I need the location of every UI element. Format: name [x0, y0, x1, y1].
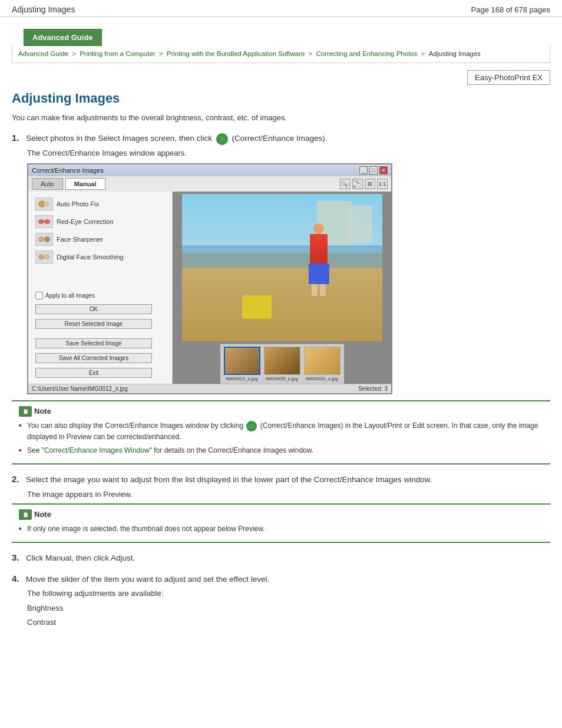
win-minimize-button[interactable]: _	[359, 166, 368, 174]
win-close-button[interactable]: ✕	[379, 166, 388, 174]
win-menu-red-eye[interactable]: Red-Eye Correction	[32, 213, 168, 230]
win-menu-face-sharpener[interactable]: Face Sharpener	[32, 230, 168, 248]
correct-enhance-icon-note	[246, 421, 257, 431]
win-thumb-2[interactable]: IMG0035_s.jpg	[264, 347, 300, 381]
win-thumb-2-label: IMG0035_s.jpg	[264, 376, 300, 381]
breadcrumb-current: Adjusting Images	[429, 50, 481, 57]
win-zoom-out-button[interactable]: 🔍-	[340, 179, 351, 189]
adjustment-contrast: Contrast	[27, 615, 550, 629]
breadcrumb-container: Advanced Guide > Printing from a Compute…	[12, 46, 550, 63]
breadcrumb-link-printing-computer[interactable]: Printing from a Computer	[80, 50, 155, 57]
win-apply-all-checkbox-row: Apply to all images	[32, 289, 168, 302]
step-1-num: 1.	[12, 133, 24, 143]
note-icon-2: 📋	[19, 509, 32, 520]
win-save-all-row: Save All Corrected Images	[32, 351, 168, 365]
auto-photo-fix-icon	[35, 197, 53, 210]
adjustments-list: Brightness Contrast	[27, 601, 550, 629]
note-1-item-1: You can also display the Correct/Enhance…	[19, 420, 543, 443]
epp-button[interactable]: Easy-PhotoPrint EX	[467, 70, 550, 85]
note-1-title: 📋 Note	[19, 406, 543, 417]
svg-point-2	[38, 219, 44, 224]
step-4: 4. Move the slider of the item you want …	[12, 574, 550, 629]
win-title: Correct/Enhance Images	[32, 167, 104, 174]
step-1-sub: The Correct/Enhance Images window appear…	[27, 149, 550, 157]
face-sharpener-icon	[35, 233, 53, 246]
win-thumb-3[interactable]: IMG0020_s.jpg	[304, 347, 340, 381]
adjustment-brightness: Brightness	[27, 601, 550, 615]
win-save-all-button[interactable]: Save All Corrected Images	[35, 353, 152, 363]
win-save-selected-row: Save Selected Image	[32, 336, 168, 351]
step-2-sub: The image appears in Preview.	[27, 490, 550, 499]
correct-enhance-icon-step1	[216, 133, 228, 145]
win-reset-button[interactable]: Reset Selected Image	[35, 319, 152, 329]
win-tab-auto[interactable]: Auto	[32, 178, 63, 190]
note-1-item-2: See "Correct/Enhance Images Window" for …	[19, 445, 543, 456]
breadcrumb-link-bundled-software[interactable]: Printing with the Bundled Application So…	[167, 50, 305, 57]
note-2-item-1: If only one image is selected, the thumb…	[19, 523, 543, 535]
win-body: Auto Photo Fix Red-Eye Correction Face S…	[28, 192, 391, 384]
breadcrumb-link-advanced-guide[interactable]: Advanced Guide	[18, 50, 68, 57]
svg-point-7	[44, 254, 50, 260]
face-smoothing-label: Digital Face Smoothing	[57, 253, 124, 261]
win-menu-auto-photo-fix[interactable]: Auto Photo Fix	[32, 195, 168, 213]
advanced-guide-banner: Advanced Guide	[24, 29, 102, 46]
win-statusbar: C:\Users\User Name\IMG0012_s.jpg Selecte…	[28, 384, 391, 393]
step-1-text: Select photos in the Select Images scree…	[26, 133, 328, 144]
win-controls: _ □ ✕	[359, 166, 388, 174]
note-box-1: 📋 Note You can also display the Correct/…	[12, 400, 550, 465]
header-title: Adjusting Images	[12, 5, 75, 14]
win-tab-manual[interactable]: Manual	[65, 178, 105, 190]
step-3-num: 3.	[12, 552, 24, 562]
banner-label: Advanced Guide	[32, 33, 93, 42]
win-tabs: Auto Manual	[32, 178, 105, 190]
win-preview-image	[182, 194, 382, 341]
step-4-sub: The following adjustments are available:	[27, 589, 550, 598]
page-main-title: Adjusting Images	[12, 91, 550, 106]
apply-all-checkbox[interactable]	[35, 292, 43, 299]
apply-all-label: Apply to all images	[45, 292, 95, 299]
win-exit-button[interactable]: Exit	[35, 368, 152, 378]
step-3-text: Click Manual, then click Adjust.	[26, 552, 135, 564]
win-thumb-1-label: IMG0012_s.jpg	[224, 376, 260, 381]
win-menu-face-smoothing[interactable]: Digital Face Smoothing	[32, 248, 168, 266]
step-4-text: Move the slider of the item you want to …	[26, 574, 269, 585]
breadcrumb: Advanced Guide > Printing from a Compute…	[18, 48, 544, 59]
win-toolbar: Auto Manual 🔍- 🔍+ ⊞ 1:1	[28, 176, 391, 192]
win-ok-button[interactable]: OK	[35, 304, 152, 314]
note-icon-1: 📋	[19, 406, 32, 417]
step-1: 1. Select photos in the Select Images sc…	[12, 133, 550, 465]
step-4-body: The following adjustments are available:…	[27, 589, 550, 629]
svg-point-4	[38, 236, 44, 242]
win-maximize-button[interactable]: □	[369, 166, 378, 174]
note-box-2: 📋 Note If only one image is selected, th…	[12, 503, 550, 543]
epp-button-container: Easy-PhotoPrint EX	[12, 70, 550, 85]
correct-enhance-window-link[interactable]: Correct/Enhance Images Window	[44, 446, 150, 454]
svg-point-6	[38, 254, 44, 260]
step-4-num: 4.	[12, 574, 24, 584]
win-tools-right: 🔍- 🔍+ ⊞ 1:1	[340, 179, 388, 189]
main-content: Adjusting Images You can make fine adjus…	[0, 91, 562, 629]
auto-photo-fix-label: Auto Photo Fix	[57, 200, 99, 207]
win-save-selected-button[interactable]: Save Selected Image	[35, 338, 152, 348]
win-titlebar: Correct/Enhance Images _ □ ✕	[28, 164, 391, 176]
breadcrumb-link-correcting[interactable]: Correcting and Enhancing Photos	[316, 50, 418, 57]
step-3: 3. Click Manual, then click Adjust.	[12, 552, 550, 564]
win-fit-button[interactable]: ⊞	[365, 179, 375, 189]
page-number: Page 168 of 678 pages	[471, 5, 550, 14]
note-2-title: 📋 Note	[19, 509, 543, 520]
win-zoom-in-button[interactable]: 🔍+	[352, 179, 363, 189]
win-exit-row: Exit	[32, 365, 168, 380]
win-status-selected: Selected: 3	[358, 386, 388, 392]
intro-text: You can make fine adjustments to the ove…	[12, 113, 550, 122]
preview-child-figure	[306, 223, 332, 294]
win-ok-row: OK	[32, 302, 168, 317]
win-reset-row: Reset Selected Image	[32, 317, 168, 331]
win-actual-size-button[interactable]: 1:1	[377, 179, 388, 189]
win-right-panel: IMG0012_s.jpg IMG0035_s.jpg IMG0020_s.jp…	[173, 192, 391, 384]
svg-point-3	[44, 219, 50, 224]
win-left-panel: Auto Photo Fix Red-Eye Correction Face S…	[28, 192, 173, 384]
face-smoothing-icon	[35, 251, 53, 263]
win-thumb-1[interactable]: IMG0012_s.jpg	[224, 347, 260, 381]
step-2-num: 2.	[12, 474, 24, 484]
svg-point-5	[44, 236, 50, 242]
